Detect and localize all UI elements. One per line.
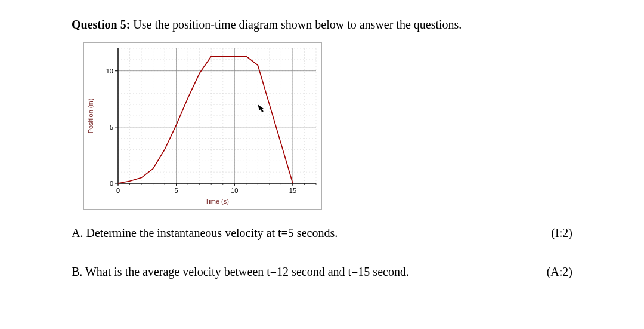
part-b-text: B. What is the average velocity between … <box>72 265 532 279</box>
part-b-marks: (A:2) <box>547 265 572 279</box>
part-b-row: B. What is the average velocity between … <box>72 265 572 279</box>
page: Question 5: Use the position-time diagra… <box>0 0 644 316</box>
question-parts: A. Determine the instantaneous velocity … <box>72 226 572 279</box>
svg-text:5: 5 <box>175 187 178 194</box>
svg-text:0: 0 <box>110 180 113 187</box>
svg-text:10: 10 <box>231 187 238 194</box>
part-a-text: A. Determine the instantaneous velocity … <box>72 226 537 240</box>
part-a-row: A. Determine the instantaneous velocity … <box>72 226 572 240</box>
svg-text:15: 15 <box>289 187 296 194</box>
svg-text:Time (s): Time (s) <box>205 198 229 205</box>
svg-rect-0 <box>84 43 322 210</box>
position-time-chart: 0510150510Time (s)Position (m) <box>83 42 572 210</box>
question-prompt: Use the position-time diagram shown belo… <box>133 18 462 31</box>
part-a-marks: (I:2) <box>551 226 572 240</box>
chart-svg: 0510150510Time (s)Position (m) <box>83 42 322 210</box>
svg-text:5: 5 <box>110 124 113 131</box>
svg-text:10: 10 <box>106 67 113 75</box>
svg-text:Position (m): Position (m) <box>87 99 94 134</box>
question-label: Question 5: <box>72 18 130 31</box>
question-heading: Question 5: Use the position-time diagra… <box>72 18 572 32</box>
svg-text:0: 0 <box>116 187 120 194</box>
